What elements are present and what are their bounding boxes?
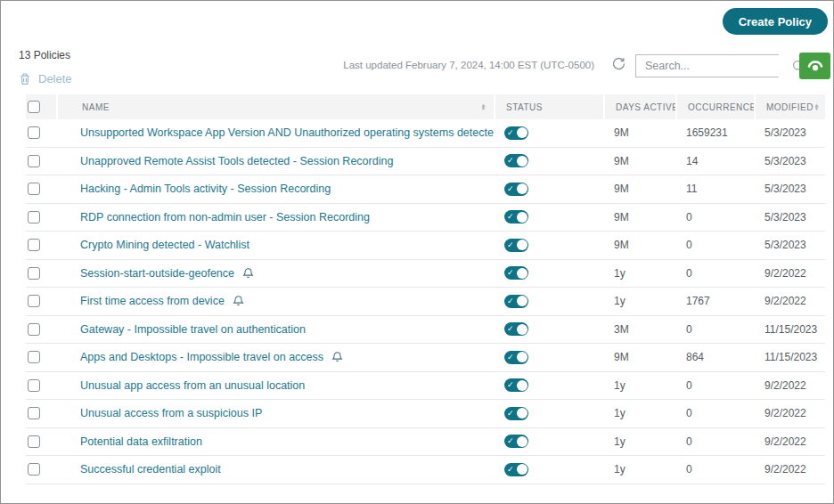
- refresh-button[interactable]: [609, 56, 627, 74]
- policy-name-link[interactable]: Unusual app access from an unusual locat…: [80, 379, 305, 392]
- search-input[interactable]: [636, 55, 792, 77]
- status-toggle[interactable]: ✓: [504, 407, 528, 420]
- table-row: Crypto Mining detected - Watchlist ✓ 9M …: [26, 232, 825, 260]
- policy-name-link[interactable]: Potential data exfiltration: [80, 435, 202, 448]
- eye-visibility-icon: [805, 57, 825, 76]
- status-toggle[interactable]: ✓: [504, 126, 528, 140]
- policy-name-link[interactable]: Gateway - Impossible travel on authentic…: [80, 323, 306, 336]
- modified-value: 11/15/2023: [754, 323, 825, 336]
- bell-notification-icon: [242, 267, 254, 280]
- days-active-value: 9M: [603, 183, 675, 195]
- policy-name-link[interactable]: RDP connection from non-admin user - Ses…: [80, 211, 370, 224]
- row-checkbox[interactable]: [28, 323, 40, 336]
- policy-name-link[interactable]: Apps and Desktops - Impossible travel on…: [80, 351, 323, 363]
- row-checkbox[interactable]: [28, 239, 40, 251]
- bell-notification-icon: [331, 351, 343, 363]
- row-checkbox[interactable]: [28, 379, 40, 392]
- self-service-search-button[interactable]: [799, 53, 830, 79]
- row-checkbox[interactable]: [28, 435, 40, 448]
- modified-value: 9/2/2022: [754, 435, 825, 448]
- days-active-value: 1y: [603, 463, 675, 476]
- policy-name-link[interactable]: Successful credential exploit: [80, 463, 221, 476]
- occurrences-value: 0: [675, 379, 754, 392]
- sort-icon[interactable]: ▲▼: [481, 103, 487, 110]
- modified-value: 9/2/2022: [754, 379, 825, 392]
- modified-value: 9/2/2022: [754, 463, 825, 476]
- table-row: RDP connection from non-admin user - Ses…: [26, 204, 825, 232]
- create-policy-button[interactable]: Create Policy: [723, 8, 828, 35]
- days-active-value: 1y: [603, 295, 675, 307]
- policy-name-link[interactable]: Crypto Mining detected - Watchlist: [80, 239, 249, 251]
- policy-name-link[interactable]: Unsupported Workspace App Version AND Un…: [80, 126, 494, 139]
- status-toggle[interactable]: ✓: [504, 239, 528, 252]
- days-active-value: 3M: [603, 323, 675, 336]
- modified-value: 5/3/2023: [754, 126, 825, 139]
- occurrences-value: 11: [675, 183, 754, 195]
- policy-name-link[interactable]: Unapproved Remote Assist Tools detected …: [80, 155, 393, 167]
- row-checkbox[interactable]: [28, 211, 40, 224]
- row-checkbox[interactable]: [28, 351, 40, 363]
- days-active-value: 1y: [603, 435, 675, 448]
- days-active-value: 9M: [603, 126, 675, 139]
- select-all-checkbox[interactable]: [28, 101, 40, 113]
- policy-name-link[interactable]: First time access from device: [80, 295, 225, 307]
- days-active-value: 9M: [603, 351, 675, 363]
- modified-value: 5/3/2023: [754, 155, 825, 167]
- days-active-value: 1y: [603, 407, 675, 419]
- sort-icon[interactable]: ▲▼: [814, 103, 820, 110]
- header-cell-modified[interactable]: MODIFIED ▲▼: [754, 94, 825, 119]
- policies-count: 13 Policies: [19, 49, 70, 61]
- header-cell-days-active: DAYS ACTIVE: [603, 94, 675, 119]
- trash-icon: [19, 72, 31, 85]
- row-checkbox[interactable]: [28, 295, 40, 307]
- policy-name-link[interactable]: Session-start-outside-geofence: [80, 267, 234, 280]
- table-row: Unsupported Workspace App Version AND Un…: [26, 119, 825, 148]
- delete-button[interactable]: Delete: [19, 72, 72, 85]
- status-toggle[interactable]: ✓: [504, 322, 528, 336]
- occurrences-value: 864: [675, 351, 754, 363]
- table-row: Potential data exfiltration ✓ 1y 0 9/2/2…: [26, 428, 825, 457]
- modified-value: 9/2/2022: [754, 267, 825, 280]
- status-toggle[interactable]: ✓: [504, 351, 528, 364]
- row-checkbox[interactable]: [28, 155, 40, 167]
- header-cell-checkbox: [26, 94, 56, 119]
- modified-value: 11/15/2023: [754, 351, 825, 363]
- header-cell-name[interactable]: NAME ▲▼: [56, 94, 494, 119]
- status-toggle[interactable]: ✓: [504, 463, 528, 476]
- days-active-value: 9M: [603, 155, 675, 167]
- modified-value: 5/3/2023: [754, 211, 825, 224]
- occurrences-value: 1767: [675, 295, 754, 307]
- policy-name-link[interactable]: Hacking - Admin Tools activity - Session…: [80, 183, 331, 195]
- status-toggle[interactable]: ✓: [504, 210, 528, 224]
- delete-label: Delete: [38, 72, 72, 85]
- policies-table: NAME ▲▼ STATUS DAYS ACTIVE OCCURRENCES ▲…: [26, 94, 825, 484]
- table-row: Unusual app access from an unusual locat…: [26, 372, 825, 401]
- occurrences-value: 0: [675, 435, 754, 448]
- status-toggle[interactable]: ✓: [504, 183, 528, 196]
- occurrences-value: 0: [675, 211, 754, 224]
- status-toggle[interactable]: ✓: [504, 378, 528, 392]
- policies-page: Create Policy 13 Policies Delete Last up…: [0, 0, 834, 504]
- row-checkbox[interactable]: [28, 463, 40, 476]
- refresh-icon: [611, 61, 626, 74]
- status-toggle[interactable]: ✓: [504, 295, 528, 308]
- table-row: Apps and Desktops - Impossible travel on…: [26, 344, 825, 372]
- table-row: Session-start-outside-geofence ✓ 1y 0 9/…: [26, 260, 825, 289]
- bell-notification-icon: [233, 295, 244, 307]
- table-row: Hacking - Admin Tools activity - Session…: [26, 175, 825, 204]
- status-toggle[interactable]: ✓: [504, 266, 528, 280]
- occurrences-value: 0: [675, 407, 754, 419]
- occurrences-value: 0: [675, 323, 754, 336]
- table-header-row: NAME ▲▼ STATUS DAYS ACTIVE OCCURRENCES ▲…: [26, 94, 825, 119]
- row-checkbox[interactable]: [28, 183, 40, 195]
- row-checkbox[interactable]: [28, 126, 40, 139]
- row-checkbox[interactable]: [28, 407, 40, 419]
- header-cell-occurrences[interactable]: OCCURRENCES ▲▼: [675, 94, 754, 119]
- status-toggle[interactable]: ✓: [504, 435, 528, 448]
- table-row: First time access from device ✓ 1y 1767 …: [26, 288, 825, 316]
- table-row: Gateway - Impossible travel on authentic…: [26, 316, 825, 345]
- header-cell-status: STATUS: [494, 94, 603, 119]
- policy-name-link[interactable]: Unusual access from a suspicious IP: [80, 407, 262, 419]
- status-toggle[interactable]: ✓: [504, 154, 528, 167]
- row-checkbox[interactable]: [28, 267, 40, 280]
